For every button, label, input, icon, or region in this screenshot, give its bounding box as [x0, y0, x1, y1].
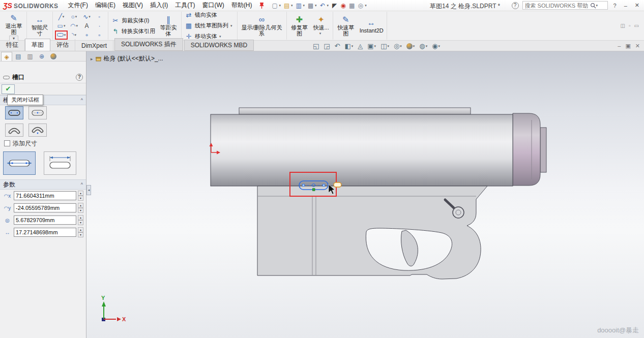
help-info-icon[interactable]: ? [512, 2, 519, 9]
dropdown-caret[interactable]: ▾ [279, 4, 281, 8]
ellipse-tool-button[interactable]: ◦ [93, 12, 106, 21]
arc-slot-button[interactable] [5, 124, 23, 137]
zoom-fit-icon[interactable]: ◱ [313, 42, 319, 50]
slot-endpoint[interactable] [323, 185, 325, 187]
pin-menu-icon[interactable] [259, 2, 265, 9]
help-search-input[interactable] [525, 3, 590, 9]
pane-icon[interactable]: ▫ [629, 23, 631, 28]
ok-button[interactable]: ✔ [2, 84, 15, 94]
center-dimension-preview-button[interactable] [3, 151, 36, 175]
spin-down-icon[interactable]: ▾ [78, 208, 83, 213]
feature-manager-tab[interactable]: ▤ [13, 52, 24, 61]
chamfer-tool-button[interactable]: ∘ [80, 30, 93, 40]
spin-down-icon[interactable]: ▾ [78, 196, 83, 201]
tab-dimxpert[interactable]: DimXpert [75, 41, 113, 51]
pane-icon[interactable]: ▭ [634, 23, 639, 28]
repair-sketch-button[interactable]: ✚ 修复草图 [289, 14, 310, 37]
menu-help[interactable]: 帮助(H) [228, 0, 256, 11]
grid-icon[interactable]: ▦ [347, 2, 356, 9]
param-center-y-input[interactable] [14, 205, 76, 211]
new-document-icon[interactable]: ▢ [271, 2, 279, 9]
slot-tool-button[interactable]: ▾ [55, 30, 68, 40]
dropdown-caret[interactable]: ▾ [315, 4, 317, 8]
dropdown-caret[interactable]: ▾ [291, 4, 293, 8]
dropdown-caret[interactable]: ▾ [64, 33, 66, 37]
save-icon[interactable]: ▥ [295, 2, 303, 9]
linear-pattern-button[interactable]: ▦ 线性草图阵列 ▾ [184, 21, 235, 30]
window-minimize-button[interactable]: – [622, 3, 629, 9]
collapse-chevron-icon[interactable]: ^ [81, 98, 83, 103]
fillet-tool-button[interactable]: ◝▾ [68, 30, 80, 40]
spline-tool-button[interactable]: ∿▾ [80, 12, 93, 21]
menu-window[interactable]: 窗口(W) [199, 0, 228, 11]
quick-snaps-button[interactable]: ✦ 快速... ▾ [312, 14, 331, 37]
display-style-icon[interactable]: ◫▾ [380, 42, 389, 50]
property-manager-tab[interactable]: ◈ [1, 52, 12, 61]
dropdown-caret[interactable]: ▾ [75, 33, 77, 37]
circle-tool-button[interactable]: ○▾ [68, 12, 80, 21]
annotation-view-icon[interactable]: ◬ [358, 42, 363, 50]
hide-show-items-icon[interactable]: ◎▾ [394, 42, 402, 50]
doc-minimize-icon[interactable]: – [618, 43, 621, 49]
spin-up-icon[interactable]: ▴ [78, 203, 83, 208]
view-orientation-icon[interactable]: ▣▾ [367, 42, 376, 50]
dimxpert-manager-tab[interactable]: ⊕ [36, 52, 47, 61]
plane-tool-button[interactable]: ▫ [93, 30, 106, 40]
spin-down-icon[interactable]: ▾ [78, 220, 83, 225]
dropdown-caret[interactable]: ▾ [64, 24, 66, 28]
feature-breadcrumb[interactable]: ▸ 枪身 (默认<<默认>_... [91, 54, 163, 63]
menu-insert[interactable]: 插入(I) [147, 0, 171, 11]
instant2d-button[interactable]: ↔ Instant2D [358, 17, 385, 34]
rapid-sketch-button[interactable]: ✎ 快速草图 [335, 14, 357, 37]
offset-entities-button[interactable]: ∥ 等距实体 [158, 14, 179, 37]
menu-tools[interactable]: 工具(T) [171, 0, 198, 11]
tab-sketch[interactable]: 草图 [25, 39, 50, 51]
spin-down-icon[interactable]: ▾ [78, 232, 83, 237]
display-manager-tab[interactable] [48, 52, 59, 61]
arc-tool-button[interactable]: ◠▾ [68, 21, 80, 30]
graphics-area[interactable]: Y X ▸ 枪身 (默认<<默认>_... ◂ dooooit@暴走 [86, 51, 644, 338]
convert-entities-button[interactable]: ↰ 转换实体引用 [110, 27, 156, 36]
trim-entities-button[interactable]: ✂ 剪裁实体(I) [110, 16, 156, 25]
parameters-group-header[interactable]: 参数 ^ [0, 179, 86, 190]
section-view-icon[interactable]: ◧▾ [345, 42, 354, 50]
selection-filter-icon[interactable]: ◉ [339, 2, 347, 9]
rectangle-tool-button[interactable]: ▭▾ [55, 21, 68, 30]
checkbox-icon[interactable] [4, 140, 10, 146]
undo-icon[interactable]: ↶ [318, 2, 327, 9]
exit-sketch-button[interactable]: ✎ 退出草图 [3, 13, 24, 36]
dropdown-caret[interactable]: ▾ [89, 15, 91, 19]
param-length-spinner[interactable]: ▴▾ [78, 227, 83, 237]
zoom-area-icon[interactable]: ◲ [324, 42, 330, 50]
add-dimensions-option[interactable]: 添加尺寸 [0, 138, 86, 149]
help-menu-button[interactable]: ? [611, 3, 619, 9]
select-cursor-icon[interactable]: ◤ [330, 2, 339, 9]
menu-view[interactable]: 视图(V) [119, 0, 147, 11]
dropdown-caret[interactable]: ▾ [63, 15, 65, 19]
configuration-manager-tab[interactable]: ▥ [24, 52, 36, 61]
slot-endpoint[interactable] [303, 185, 305, 187]
tab-solidworks-addins[interactable]: SOLIDWORKS 插件 [114, 38, 183, 51]
window-close-button[interactable]: ✕ [633, 2, 641, 9]
tab-features[interactable]: 特征 [0, 39, 25, 51]
param-center-x-spinner[interactable]: ▴▾ [78, 191, 83, 201]
point-tool-button[interactable]: · [93, 21, 106, 30]
collapse-chevron-icon[interactable]: ^ [81, 182, 83, 187]
param-length-input[interactable] [14, 229, 76, 235]
straight-slot-button[interactable] [5, 106, 23, 119]
dropdown-caret[interactable]: ▾ [76, 24, 78, 28]
param-center-y-spinner[interactable]: ▴▾ [78, 203, 83, 213]
previous-view-icon[interactable]: ↶ [335, 42, 340, 50]
pm-help-icon[interactable]: ? [76, 74, 83, 81]
menu-edit[interactable]: 编辑(E) [92, 0, 119, 11]
text-tool-button[interactable]: A [80, 21, 93, 30]
dropdown-caret[interactable]: ▾ [327, 4, 329, 8]
expander-icon[interactable]: ▸ [91, 56, 93, 62]
dropdown-caret[interactable]: ▾ [303, 4, 305, 8]
line-tool-button[interactable]: ╱▾ [55, 12, 68, 21]
spin-up-icon[interactable]: ▴ [78, 215, 83, 220]
spin-up-icon[interactable]: ▴ [78, 227, 83, 232]
tab-evaluate[interactable]: 评估 [50, 39, 75, 51]
dropdown-caret[interactable]: ▾ [230, 24, 232, 28]
param-center-x-input[interactable] [14, 193, 76, 199]
